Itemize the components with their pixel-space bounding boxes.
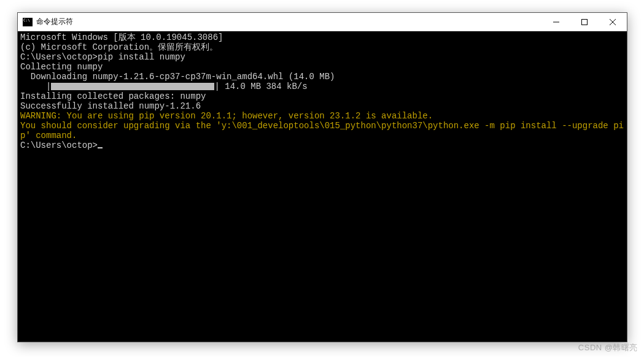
maximize-button[interactable] [570, 13, 599, 31]
progress-bar-fill [52, 83, 214, 90]
watermark-text: CSDN @韩曙亮 [578, 342, 638, 353]
terminal-line: Microsoft Windows [版本 10.0.19045.3086] [20, 33, 624, 42]
terminal-output[interactable]: Microsoft Windows [版本 10.0.19045.3086](c… [18, 31, 627, 342]
minimize-button[interactable] [542, 13, 570, 31]
progress-indent: | [20, 82, 51, 91]
terminal-line: Successfully installed numpy-1.21.6 [20, 101, 624, 111]
cursor-icon [98, 147, 103, 148]
prompt-text: C:\Users\octop> [20, 140, 98, 150]
svg-rect-1 [582, 19, 588, 25]
command-prompt-window: 命令提示符 Microsoft Windows [版本 10.0.19045.3… [17, 12, 627, 342]
cmd-icon [23, 18, 33, 26]
close-button[interactable] [599, 13, 627, 31]
progress-bar [51, 83, 214, 90]
progress-text: | 14.0 MB 384 kB/s [214, 82, 307, 91]
terminal-line: Collecting numpy [20, 62, 624, 72]
download-progress-row: || 14.0 MB 384 kB/s [20, 82, 624, 91]
terminal-line: You should consider upgrading via the 'y… [20, 121, 624, 140]
terminal-line: WARNING: You are using pip version 20.1.… [20, 111, 624, 121]
terminal-line: Installing collected packages: numpy [20, 91, 624, 101]
titlebar[interactable]: 命令提示符 [18, 13, 627, 31]
terminal-line: Downloading numpy-1.21.6-cp37-cp37m-win_… [20, 72, 624, 82]
terminal-prompt-line: C:\Users\octop> [20, 140, 624, 150]
window-controls [542, 13, 627, 31]
terminal-line: C:\Users\octop>pip install numpy [20, 52, 624, 62]
window-title: 命令提示符 [36, 17, 542, 27]
terminal-line: (c) Microsoft Corporation。保留所有权利。 [20, 42, 624, 52]
